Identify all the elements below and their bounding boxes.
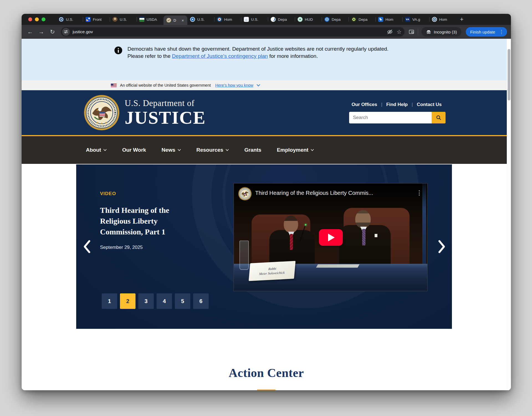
hero-date: September 29, 2025 — [100, 245, 200, 250]
incognito-icon — [426, 29, 431, 35]
gold-rule — [257, 389, 275, 390]
nav-employment[interactable]: Employment — [277, 147, 314, 153]
link-contact-us[interactable]: Contact Us — [413, 102, 446, 107]
chevron-down-icon — [311, 149, 314, 151]
tab-strip: U.S. Front U.S. USDA D × U.S. Hom U.S. D… — [22, 14, 511, 25]
energy-favicon — [351, 17, 356, 22]
video-title[interactable]: Third Hearing of the Religious Liberty C… — [255, 190, 411, 196]
dot-favicon — [324, 17, 329, 22]
search-icon — [436, 115, 442, 121]
search-input[interactable] — [349, 112, 432, 123]
us-flag-icon — [111, 84, 117, 87]
papers — [316, 264, 360, 268]
tab-interior[interactable]: U.S. — [110, 14, 137, 25]
doj-seal-logo[interactable] — [84, 95, 120, 131]
forward-button[interactable]: → — [37, 27, 46, 37]
browser-menu-icon[interactable]: ⋮ — [498, 29, 505, 35]
nav-resources[interactable]: Resources — [196, 147, 229, 153]
official-gov-banner: An official website of the United States… — [22, 80, 511, 90]
back-button[interactable]: ← — [25, 27, 35, 37]
va-favicon: VA — [405, 17, 410, 22]
doj-channel-avatar[interactable] — [238, 187, 252, 200]
tab-education[interactable]: Hom — [375, 14, 402, 25]
scrollbar-track[interactable] — [507, 39, 511, 390]
tab-frontpage[interactable]: Front — [83, 14, 110, 25]
youtube-play-button[interactable] — [319, 229, 343, 246]
page-button-1[interactable]: 1 — [102, 293, 117, 309]
heres-how-you-know-link[interactable]: Here’s how you know — [215, 83, 254, 87]
agency-prefix: U.S. Department of — [125, 98, 206, 108]
page-button-6[interactable]: 6 — [193, 293, 209, 309]
page-button-5[interactable]: 5 — [175, 293, 190, 309]
microphone-light — [305, 224, 306, 226]
primary-nav: About Our Work News Resources Grants Emp… — [22, 136, 511, 164]
page-button-3[interactable]: 3 — [138, 293, 154, 309]
whitehouse-favicon — [244, 17, 249, 22]
nav-our-work[interactable]: Our Work — [122, 147, 146, 153]
tab-state-dept[interactable]: U.S. — [56, 14, 83, 25]
close-tab-icon[interactable]: × — [181, 18, 185, 22]
chevron-down-icon — [103, 149, 107, 151]
site-settings-icon[interactable] — [62, 28, 70, 36]
tab-whitehouse[interactable]: U.S. — [241, 14, 268, 25]
nav-news[interactable]: News — [162, 147, 181, 153]
close-window-button[interactable] — [28, 17, 32, 21]
official-gov-text: An official website of the United States… — [120, 83, 211, 87]
page-button-2-active[interactable]: 2 — [120, 293, 135, 309]
hhs-favicon — [271, 17, 276, 22]
scrollbar-thumb[interactable] — [508, 49, 510, 100]
side-panel-search-icon[interactable] — [408, 29, 415, 35]
tab-commerce[interactable]: Hom — [214, 14, 241, 25]
preview-hidden-icon[interactable] — [387, 29, 393, 35]
education-favicon — [378, 17, 383, 22]
frontpage-favicon — [86, 17, 91, 22]
traffic-lights — [22, 17, 50, 21]
incognito-chip[interactable]: Incognito (3) — [421, 27, 461, 37]
agency-wordmark[interactable]: U.S. Department of JUSTICE — [125, 98, 206, 127]
witness-nameplate: Rabbi Meier Soloveichick — [249, 261, 295, 281]
action-center-section: Action Center — [22, 366, 511, 390]
shutdown-notice-text: Democrats have shut down the government.… — [127, 45, 402, 80]
masthead-quick-links: Our Offices| Find Help| Contact Us — [348, 102, 446, 107]
youtube-player[interactable]: Rabbi Meier Soloveichick Third Hearing o… — [234, 183, 428, 291]
reload-button[interactable]: ↻ — [48, 27, 57, 37]
tab-treasury[interactable]: U.S. — [187, 14, 214, 25]
bookmark-star-icon[interactable]: ☆ — [397, 29, 402, 35]
tab-usda[interactable]: USDA — [137, 14, 163, 25]
tab-dot[interactable]: Depa — [322, 14, 349, 25]
interior-favicon — [112, 17, 117, 22]
nav-about[interactable]: About — [86, 147, 107, 153]
browser-toolbar: ← → ↻ justice.gov ☆ Incognito (3) Finish… — [22, 25, 511, 39]
tab-hud[interactable]: HUD — [295, 14, 322, 25]
link-find-help[interactable]: Find Help — [382, 102, 411, 107]
carousel-next-button[interactable] — [435, 239, 448, 255]
tab-doj-active[interactable]: D × — [163, 15, 187, 25]
tab-va[interactable]: VAVA.g — [402, 14, 429, 25]
water-glass — [239, 241, 249, 270]
contingency-plan-link[interactable]: Department of Justice’s contingency plan — [172, 53, 268, 59]
doj-masthead: U.S. Department of JUSTICE Our Offices| … — [22, 90, 511, 136]
finish-update-button[interactable]: Finish update ⋮ — [466, 27, 507, 37]
doj-seal-favicon — [166, 18, 171, 23]
zoom-window-button[interactable] — [42, 17, 45, 21]
nav-grants[interactable]: Grants — [244, 147, 261, 153]
page-button-4[interactable]: 4 — [157, 293, 172, 309]
minimize-window-button[interactable] — [35, 17, 39, 21]
search-button[interactable] — [432, 112, 446, 123]
tab-hhs[interactable]: Depa — [268, 14, 295, 25]
address-bar[interactable]: justice.gov ☆ — [61, 27, 405, 37]
video-menu-icon[interactable]: ⋮ — [415, 189, 423, 197]
chevron-down-icon — [226, 149, 229, 151]
hud-favicon — [298, 17, 303, 22]
new-tab-button[interactable]: + — [456, 16, 467, 23]
chevron-down-icon[interactable] — [257, 84, 260, 87]
dhs-favicon — [432, 17, 437, 22]
treasury-favicon — [190, 17, 195, 22]
hero-title[interactable]: Third Hearing of the Religious Liberty C… — [100, 205, 200, 237]
hero-carousel: VIDEO Third Hearing of the Religious Lib… — [76, 164, 452, 329]
action-center-title: Action Center — [22, 366, 511, 380]
carousel-prev-button[interactable] — [81, 239, 93, 255]
tab-dhs[interactable]: Hom — [429, 14, 456, 25]
tab-energy[interactable]: Depa — [349, 14, 375, 25]
link-our-offices[interactable]: Our Offices — [348, 102, 381, 107]
